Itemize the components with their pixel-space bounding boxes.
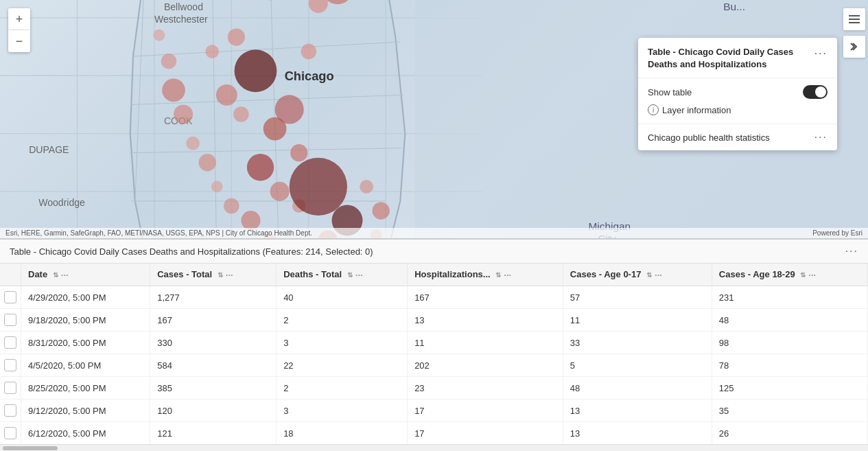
scroll-thumb[interactable] — [3, 446, 58, 450]
table-row[interactable]: 4/29/2020, 5:00 PM 1,277 40 167 57 231 — [0, 286, 868, 309]
map-container[interactable]: Bellwood Westchester Schiller Park Chica… — [0, 0, 868, 238]
row-checkbox[interactable] — [4, 359, 16, 371]
sort-age18-icon[interactable]: ⇅ — [800, 271, 806, 279]
svg-rect-69 — [849, 15, 860, 16]
layer-name: Chicago public health statistics — [648, 132, 770, 143]
hamburger-menu-button[interactable] — [843, 8, 865, 30]
svg-text:Schiller Park: Schiller Park — [150, 0, 204, 1]
table-row[interactable]: 9/18/2020, 5:00 PM 167 2 13 11 48 — [0, 309, 868, 332]
cell-deaths-total: 2 — [277, 377, 408, 400]
cell-cases-age-18-29: 26 — [712, 422, 867, 445]
table-header-row: Date ⇅ ··· Cases - Total ⇅ ··· — [0, 264, 868, 286]
col-menu-age0[interactable]: ··· — [655, 270, 662, 280]
svg-point-53 — [241, 211, 260, 230]
right-sidebar — [841, 0, 868, 238]
row-checkbox-cell — [0, 332, 21, 354]
col-header-cases-total: Cases - Total ⇅ ··· — [150, 264, 277, 286]
cell-cases-age-18-29: 98 — [712, 332, 867, 354]
svg-text:Bellwood: Bellwood — [164, 1, 203, 12]
svg-point-47 — [290, 158, 347, 216]
row-checkbox[interactable] — [4, 291, 16, 303]
table-row[interactable]: 8/31/2020, 5:00 PM 330 3 11 33 98 — [0, 332, 868, 354]
map-zoom-controls[interactable]: + − — [8, 8, 30, 52]
cell-hospitalizations: 202 — [408, 354, 563, 377]
layer-info-row[interactable]: i Layer information — [648, 104, 828, 115]
table-menu-button[interactable]: ··· — [845, 245, 858, 257]
attribution-text: Esri, HERE, Garmin, SafeGraph, FAO, METI… — [5, 229, 312, 237]
svg-point-67 — [373, 202, 390, 219]
row-checkbox[interactable] — [4, 336, 16, 349]
layer-panel: Table - Chicago Covid Daily Cases Deaths… — [638, 38, 837, 150]
svg-point-66 — [360, 180, 373, 194]
layer-info-label: i Layer information — [648, 104, 731, 115]
horizontal-scrollbar[interactable] — [0, 444, 868, 451]
cell-cases-age-0-17: 33 — [563, 332, 712, 354]
zoom-out-button[interactable]: − — [8, 30, 30, 52]
col-menu-cases[interactable]: ··· — [226, 270, 233, 280]
row-checkbox-cell — [0, 377, 21, 400]
cell-hospitalizations: 17 — [408, 422, 563, 445]
cell-date: 4/5/2020, 5:00 PM — [21, 354, 150, 377]
cell-date: 9/18/2020, 5:00 PM — [21, 309, 150, 332]
svg-text:Bu...: Bu... — [723, 1, 745, 12]
cell-cases-age-0-17: 57 — [563, 286, 712, 309]
cell-date: 8/31/2020, 5:00 PM — [21, 332, 150, 354]
svg-point-59 — [162, 78, 185, 102]
zoom-in-button[interactable]: + — [8, 8, 30, 30]
show-table-label: Show table — [648, 87, 692, 97]
panel-header: Table - Chicago Covid Daily Cases Deaths… — [638, 38, 837, 78]
sort-age0-icon[interactable]: ⇅ — [646, 271, 652, 279]
table-section-title: Table - Chicago Covid Daily Cases Deaths… — [10, 246, 373, 257]
hamburger-icon — [849, 15, 860, 23]
cell-hospitalizations: 23 — [408, 377, 563, 400]
col-header-date: Date ⇅ ··· — [21, 264, 150, 286]
cell-cases-total: 167 — [150, 309, 277, 332]
col-header-deaths-total: Deaths - Total ⇅ ··· — [277, 264, 408, 286]
row-checkbox-cell — [0, 309, 21, 332]
svg-point-60 — [161, 54, 176, 69]
table-header-bar: Table - Chicago Covid Daily Cases Deaths… — [0, 240, 868, 264]
col-menu-age18[interactable]: ··· — [808, 270, 816, 280]
cell-date: 4/29/2020, 5:00 PM — [21, 286, 150, 309]
table-wrapper[interactable]: Date ⇅ ··· Cases - Total ⇅ ··· — [0, 264, 868, 444]
sort-hosp-icon[interactable]: ⇅ — [495, 271, 501, 279]
expand-panel-button[interactable] — [843, 36, 865, 58]
col-menu-hosp[interactable]: ··· — [504, 270, 511, 280]
panel-options: Show table i Layer information — [638, 78, 837, 124]
table-row[interactable]: 4/5/2020, 5:00 PM 584 22 202 5 78 — [0, 354, 868, 377]
sort-date-icon[interactable]: ⇅ — [53, 271, 58, 279]
layer-menu-button[interactable]: ··· — [814, 131, 828, 143]
sort-deaths-icon[interactable]: ⇅ — [347, 271, 353, 279]
svg-point-54 — [224, 198, 239, 213]
svg-point-42 — [263, 117, 287, 141]
svg-text:Chicago: Chicago — [285, 69, 334, 83]
table-section: Table - Chicago Covid Daily Cases Deaths… — [0, 238, 868, 451]
cell-hospitalizations: 11 — [408, 332, 563, 354]
row-checkbox-cell — [0, 422, 21, 445]
row-checkbox[interactable] — [4, 404, 16, 417]
col-header-hospitalizations: Hospitalizations... ⇅ ··· — [408, 264, 563, 286]
sort-cases-icon[interactable]: ⇅ — [218, 271, 223, 279]
table-row[interactable]: 8/25/2020, 5:00 PM 385 2 23 48 125 — [0, 377, 868, 400]
cell-deaths-total: 40 — [277, 286, 408, 309]
table-row[interactable]: 6/12/2020, 5:00 PM 121 18 17 13 26 — [0, 422, 868, 445]
cell-cases-age-18-29: 231 — [712, 286, 867, 309]
cell-cases-total: 584 — [150, 354, 277, 377]
table-row[interactable]: 9/12/2020, 5:00 PM 120 3 17 13 35 — [0, 400, 868, 422]
cell-deaths-total: 2 — [277, 309, 408, 332]
row-checkbox[interactable] — [4, 314, 16, 326]
cell-cases-age-18-29: 35 — [712, 400, 867, 422]
panel-title: Table - Chicago Covid Daily Cases Deaths… — [648, 46, 809, 71]
panel-menu-button[interactable]: ··· — [809, 46, 828, 60]
col-menu-deaths[interactable]: ··· — [355, 270, 363, 280]
chevron-right-icon — [849, 42, 859, 51]
svg-text:Westchester: Westchester — [154, 14, 208, 25]
row-checkbox[interactable] — [4, 382, 16, 394]
cell-cases-age-0-17: 48 — [563, 377, 712, 400]
col-menu-date[interactable]: ··· — [61, 270, 69, 280]
cell-cases-age-18-29: 48 — [712, 309, 867, 332]
show-table-toggle[interactable] — [803, 85, 828, 99]
toggle-knob — [815, 86, 826, 97]
row-checkbox[interactable] — [4, 427, 16, 439]
svg-point-45 — [270, 182, 290, 201]
